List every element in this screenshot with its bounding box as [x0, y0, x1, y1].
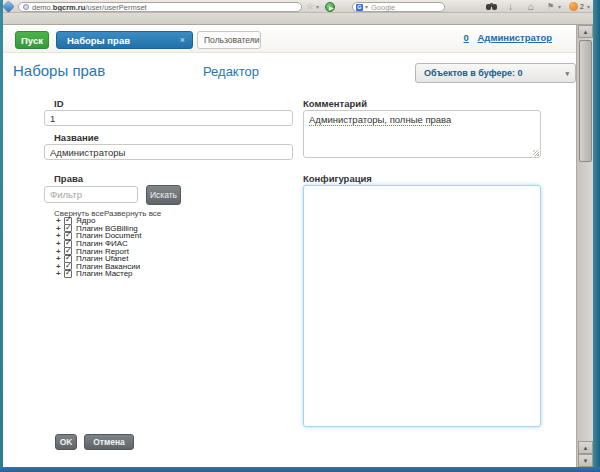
window-border [593, 0, 600, 472]
user-area: 0 Администратор [464, 32, 552, 43]
name-label: Название [54, 132, 99, 143]
search-input[interactable]: G ▾ Google [352, 2, 445, 12]
search-placeholder: Google [371, 3, 395, 12]
scrollbar-thumb[interactable] [579, 40, 592, 162]
name-input[interactable] [44, 144, 293, 160]
window-border [0, 467, 600, 472]
editor-title: Редактор [203, 64, 259, 79]
engine-dropdown-icon[interactable]: ▾ [365, 1, 368, 13]
flag-icon[interactable]: ⚑ [547, 1, 554, 13]
home-icon[interactable]: ⌂ [528, 0, 534, 13]
browser-nav-icon[interactable] [2, 0, 15, 13]
url-text-domain: bgcrm.ru [53, 3, 86, 12]
chevron-down-icon: ▾ [565, 68, 569, 80]
window-border [0, 0, 3, 472]
tab-permsets[interactable]: Наборы прав × [56, 31, 193, 49]
app-tab-bar: Пуск Наборы прав × Пользователи × 0 Адми… [3, 25, 576, 53]
resize-handle-icon[interactable] [533, 150, 539, 156]
scroll-up-icon[interactable]: ▲ [578, 25, 593, 38]
tree-item[interactable]: + ✓ Плагин Мастер [56, 270, 256, 278]
filter-input[interactable] [44, 186, 138, 203]
id-label: ID [54, 98, 64, 109]
url-bar[interactable]: demo.bgcrm.ru/user/userPermset [18, 2, 302, 12]
url-text-path: /user/userPermset [85, 3, 146, 12]
search-button[interactable]: Искать [146, 185, 181, 205]
permissions-label: Права [54, 173, 83, 184]
globe-icon [23, 4, 29, 10]
find-binoculars-icon[interactable] [486, 4, 491, 10]
bookmark-star-icon[interactable]: ☆ [306, 1, 314, 12]
comment-label: Комментарий [303, 98, 367, 109]
browser-tabstrip: BGCRM v.3.0 + [0, 13, 600, 25]
tools-dropdown-icon[interactable]: ▾ [558, 1, 561, 13]
go-arrow-icon: ▶ [329, 4, 334, 12]
id-input[interactable] [44, 110, 293, 126]
expand-icon[interactable]: + [56, 269, 64, 278]
user-name-link[interactable]: Администратор [478, 32, 553, 43]
buffer-select[interactable]: Объектов в буфере: 0 ▾ [415, 63, 576, 83]
config-textarea[interactable] [303, 185, 541, 427]
download-icon[interactable]: ↓ [508, 0, 513, 13]
user-count-link[interactable]: 0 [464, 32, 469, 43]
permissions-tree: + ✓ Ядро + ✓ Плагин BGBilling + ✓ Плагин… [56, 217, 256, 278]
browser-window: demo.bgcrm.ru/user/userPermset ☆ ▾ ▶ G ▾… [0, 0, 600, 472]
check-icon: ✓ [65, 268, 72, 278]
go-button[interactable]: ▶ [325, 2, 335, 12]
cancel-button[interactable]: Отмена [84, 434, 134, 450]
tab-users[interactable]: Пользователи × [197, 31, 261, 49]
ok-button[interactable]: OK [55, 434, 77, 450]
start-button[interactable]: Пуск [15, 31, 49, 49]
browser-toolbar: demo.bgcrm.ru/user/userPermset ☆ ▾ ▶ G ▾… [0, 0, 600, 13]
page-title: Наборы прав [13, 62, 105, 79]
config-label: Конфигурация [303, 173, 372, 184]
close-icon[interactable]: × [250, 32, 255, 49]
url-dropdown-icon[interactable]: ▾ [316, 1, 319, 13]
comment-textarea[interactable]: Администраторы, полные права [303, 110, 541, 158]
close-icon[interactable]: × [180, 32, 185, 49]
tab-permsets-label: Наборы прав [67, 35, 130, 46]
tree-item-label: Плагин Мастер [76, 269, 133, 278]
url-text-pre: demo. [32, 3, 53, 12]
search-engine-icon[interactable]: G [356, 4, 363, 11]
updates-icon[interactable] [569, 2, 578, 11]
vertical-scrollbar[interactable]: ▲ ▲ ▼ [576, 25, 593, 467]
comment-text: Администраторы, полные права [309, 114, 451, 125]
scroll-up-icon[interactable]: ▲ [578, 441, 593, 454]
tree-item-checkbox[interactable]: ✓ [64, 270, 72, 278]
buffer-select-value: Объектов в буфере: 0 [424, 68, 522, 78]
updates-count: 2 [580, 1, 584, 12]
updates-dropdown-icon[interactable]: ▾ [587, 1, 590, 13]
scroll-down-icon[interactable]: ▼ [578, 454, 593, 467]
